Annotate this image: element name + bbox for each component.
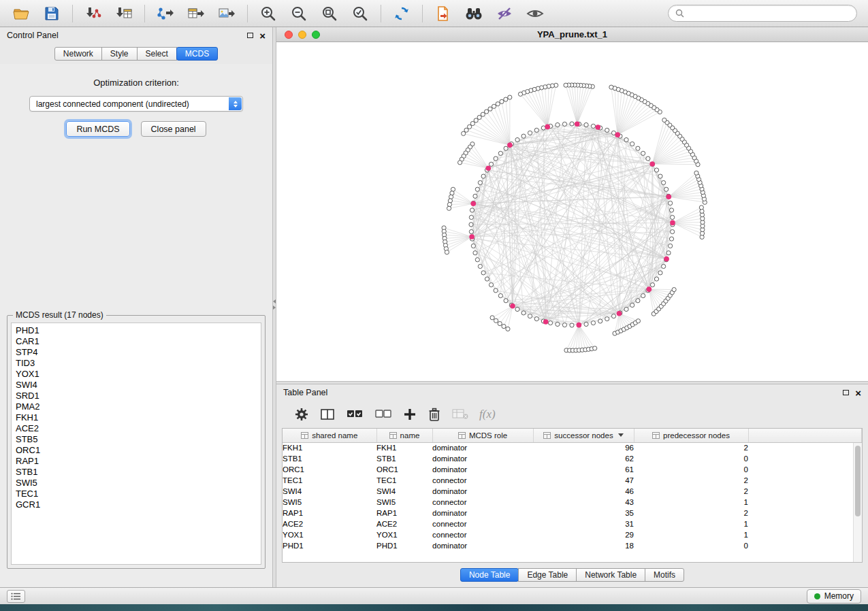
import-table-button[interactable] xyxy=(110,3,138,24)
mcds-result-item[interactable]: PHD1 xyxy=(16,325,257,336)
control-panel-tabs: NetworkStyleSelectMCDS xyxy=(0,44,272,64)
mcds-result-item[interactable]: RAP1 xyxy=(16,456,257,467)
memory-button[interactable]: Memory xyxy=(807,589,861,604)
tab-node-table[interactable]: Node Table xyxy=(460,568,519,582)
export-image-button[interactable] xyxy=(212,3,241,24)
unselect-all-columns-button[interactable] xyxy=(374,408,392,421)
share-document-button[interactable] xyxy=(429,3,457,24)
column-header-shared-name[interactable]: shared name xyxy=(283,429,376,442)
minimize-window-icon[interactable] xyxy=(298,31,306,39)
table-row[interactable]: STB1STB1dominator620 xyxy=(283,453,862,464)
columns-icon xyxy=(320,408,335,421)
sort-caret-icon[interactable] xyxy=(618,433,624,437)
mcds-result-item[interactable]: ACE2 xyxy=(16,423,257,434)
close-window-icon[interactable] xyxy=(285,31,293,39)
mcds-result-item[interactable]: SWI4 xyxy=(16,380,257,391)
mcds-result-item[interactable]: TID3 xyxy=(16,358,257,369)
import-table-icon xyxy=(115,5,133,22)
table-scrollbar[interactable] xyxy=(853,443,862,562)
add-icon xyxy=(403,408,417,421)
delete-icon xyxy=(428,407,441,422)
tab-network[interactable]: Network xyxy=(54,47,102,61)
zoom-selected-icon xyxy=(352,5,368,22)
zoom-out-button[interactable] xyxy=(285,3,313,24)
mcds-result-item[interactable]: PMA2 xyxy=(16,401,257,412)
save-session-button[interactable] xyxy=(37,3,66,24)
table-panel: Table Panel × xyxy=(276,384,868,587)
mcds-result-list[interactable]: PHD1CAR1STP4TID3YOX1SWI4SRD1PMA2FKH1ACE2… xyxy=(11,323,261,565)
table-settings-button[interactable] xyxy=(294,407,309,422)
import-network-button[interactable] xyxy=(79,3,108,24)
tab-motifs[interactable]: Motifs xyxy=(645,568,684,582)
show-hide-button[interactable] xyxy=(521,3,549,24)
table-row[interactable]: YOX1YOX1connector291 xyxy=(283,529,862,540)
mcds-result-item[interactable]: SRD1 xyxy=(16,391,257,401)
column-header-predecessor-nodes[interactable]: predecessor nodes xyxy=(634,429,748,442)
table-row[interactable]: TEC1TEC1connector472 xyxy=(283,475,862,486)
open-session-button[interactable] xyxy=(7,3,35,24)
column-header-MCDS-role[interactable]: MCDS role xyxy=(432,429,533,442)
tab-network-table[interactable]: Network Table xyxy=(576,568,645,582)
table-row[interactable]: SWI5SWI5connector431 xyxy=(283,497,862,508)
run-mcds-button[interactable]: Run MCDS xyxy=(66,121,129,137)
mcds-panel: Optimization criterion: largest connecte… xyxy=(0,64,272,587)
column-header-successor-nodes[interactable]: successor nodes xyxy=(533,429,634,442)
column-type-icon xyxy=(543,432,551,439)
find-button[interactable] xyxy=(460,3,488,24)
tab-select[interactable]: Select xyxy=(137,47,177,61)
mcds-result-item[interactable]: STB5 xyxy=(16,434,257,445)
network-view[interactable] xyxy=(276,42,868,381)
scrollbar-thumb[interactable] xyxy=(855,446,861,516)
zoom-in-button[interactable] xyxy=(254,3,283,24)
criterion-select[interactable]: largest connected component (undirected) xyxy=(29,96,243,112)
table-row[interactable]: SWI4SWI4dominator462 xyxy=(283,486,862,497)
close-icon[interactable]: × xyxy=(855,388,861,398)
float-icon[interactable] xyxy=(247,33,253,38)
mcds-result-item[interactable]: YOX1 xyxy=(16,369,257,380)
mcds-result-item[interactable]: STB1 xyxy=(16,467,257,478)
table-row[interactable]: RAP1RAP1dominator352 xyxy=(283,508,862,518)
mcds-result-item[interactable]: GCR1 xyxy=(16,499,257,510)
float-icon[interactable] xyxy=(843,390,849,395)
mcds-result-item[interactable]: SWI5 xyxy=(16,478,257,489)
select-all-columns-button[interactable] xyxy=(346,408,364,421)
panel-menu-button[interactable] xyxy=(7,590,25,603)
zoom-fit-button[interactable] xyxy=(315,3,344,24)
table-row[interactable]: FKH1FKH1dominator962 xyxy=(283,442,862,453)
search-input[interactable] xyxy=(688,9,850,18)
cytoscape-window: Control Panel × NetworkStyleSelectMCDS O… xyxy=(0,0,868,611)
table-row[interactable]: ACE2ACE2connector311 xyxy=(283,518,862,529)
tab-edge-table[interactable]: Edge Table xyxy=(518,568,577,582)
create-column-button[interactable] xyxy=(403,408,417,421)
column-type-icon xyxy=(301,432,308,439)
delete-column-button[interactable] xyxy=(428,407,441,422)
search-box[interactable] xyxy=(668,5,857,22)
toolbar-separator xyxy=(144,5,145,22)
show-columns-button[interactable] xyxy=(320,408,335,421)
table-row[interactable]: ORC1ORC1dominator610 xyxy=(283,464,862,475)
column-header-name[interactable]: name xyxy=(376,429,432,442)
graphics-details-button[interactable] xyxy=(490,3,519,24)
mcds-result-item[interactable]: TEC1 xyxy=(16,489,257,499)
export-network-button[interactable] xyxy=(151,3,180,24)
tab-style[interactable]: Style xyxy=(101,47,138,61)
table-row[interactable]: PHD1PHD1dominator180 xyxy=(283,540,862,551)
tab-mcds[interactable]: MCDS xyxy=(176,47,218,61)
refresh-button[interactable] xyxy=(387,3,416,24)
close-icon[interactable]: × xyxy=(259,31,266,41)
export-table-icon xyxy=(187,5,205,22)
mcds-result-item[interactable]: ORC1 xyxy=(16,445,257,456)
maximize-window-icon[interactable] xyxy=(312,31,320,39)
mcds-result-item[interactable]: STP4 xyxy=(16,347,257,358)
mcds-result-item[interactable]: CAR1 xyxy=(16,336,257,347)
mcds-result-item[interactable]: FKH1 xyxy=(16,412,257,423)
window-controls xyxy=(285,31,320,39)
export-table-button[interactable] xyxy=(182,3,210,24)
close-panel-button[interactable]: Close panel xyxy=(141,121,206,137)
unselect-all-icon xyxy=(374,408,392,421)
network-canvas[interactable] xyxy=(276,42,868,381)
toolbar-separator xyxy=(422,5,423,22)
share-document-icon xyxy=(435,5,451,22)
zoom-selected-button[interactable] xyxy=(346,3,374,24)
save-icon xyxy=(44,5,60,22)
